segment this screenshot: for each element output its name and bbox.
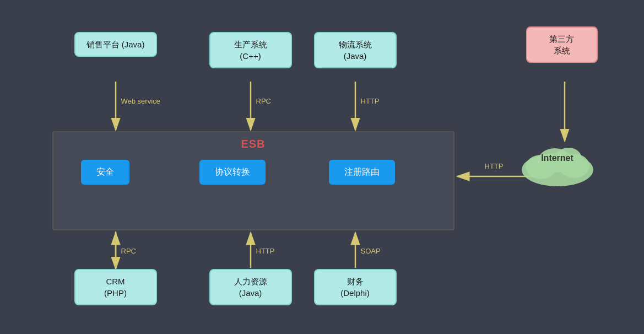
- soap-label: SOAP: [361, 247, 381, 255]
- http-internet-label: HTTP: [485, 162, 504, 170]
- internet-label: Internet: [541, 153, 573, 163]
- security-func-box: 安全: [81, 160, 129, 185]
- internet-cloud: Internet: [516, 139, 599, 200]
- routing-func-box: 注册路由: [329, 160, 395, 185]
- logistics-system-box: 物流系统(Java): [314, 32, 397, 68]
- architecture-diagram: 销售平台 (Java) 生产系统(C++) 物流系统(Java) 第三方系统 W…: [19, 10, 625, 324]
- http-bottom-label: HTTP: [256, 247, 275, 255]
- finance-box: 财务(Delphi): [314, 269, 397, 305]
- web-service-label: Web service: [121, 97, 160, 105]
- prod-system-box: 生产系统(C++): [209, 32, 292, 68]
- http-top-label: HTTP: [361, 97, 380, 105]
- third-party-box: 第三方系统: [526, 26, 598, 63]
- sales-platform-box: 销售平台 (Java): [74, 32, 157, 57]
- crm-box: CRM(PHP): [74, 269, 157, 305]
- rpc-top-label: RPC: [256, 97, 271, 105]
- esb-label: ESB: [241, 138, 265, 150]
- hr-box: 人力资源(Java): [209, 269, 292, 305]
- esb-container: ESB 安全 协议转换 注册路由: [52, 131, 454, 230]
- rpc-bottom-label: RPC: [121, 247, 136, 255]
- cloud-shape: [516, 139, 599, 189]
- protocol-func-box: 协议转换: [199, 160, 266, 185]
